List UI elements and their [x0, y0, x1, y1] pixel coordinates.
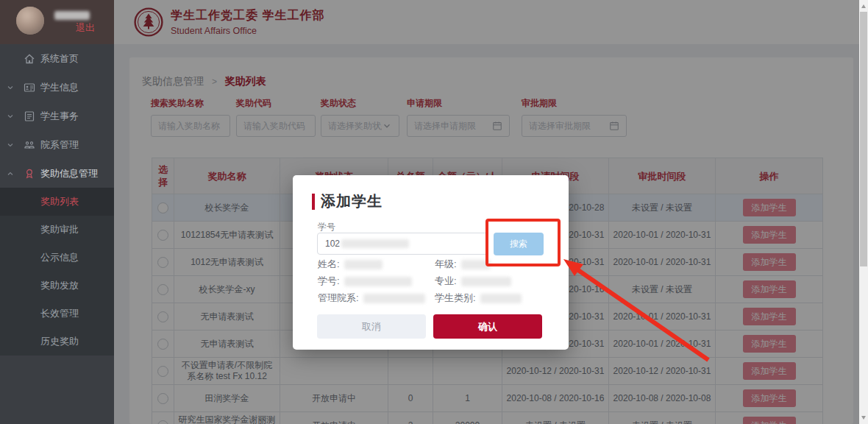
student-field-value-redacted: [344, 277, 412, 286]
student-field-4: 管理院系:: [318, 292, 425, 305]
student-id-label: 学号: [318, 221, 335, 233]
sidebar-item-3[interactable]: 院系管理: [0, 130, 114, 159]
org-icon: [24, 139, 35, 151]
avatar-image: [16, 7, 44, 35]
sidebar-item-label: 奖助信息管理: [40, 167, 98, 180]
scroll-up-arrow-icon[interactable]: [861, 4, 866, 8]
student-field-5: 学生类别:: [435, 292, 522, 305]
idcard-icon: [24, 82, 35, 93]
student-field-label: 年级:: [435, 258, 457, 271]
student-field-value-redacted: [461, 260, 491, 269]
modal-title-row: 添加学生: [312, 191, 383, 211]
student-field-value-redacted: [344, 260, 383, 269]
student-field-3: 专业:: [435, 275, 511, 288]
student-field-value-redacted: [363, 294, 425, 303]
student-field-value-redacted: [461, 277, 511, 286]
avatar[interactable]: [16, 7, 44, 35]
student-field-label: 姓名:: [318, 258, 340, 271]
title-accent-bar: [312, 194, 315, 210]
submenu-item-0[interactable]: 奖助列表: [0, 188, 114, 216]
sidebar-item-label: 系统首页: [40, 52, 79, 66]
student-field-0: 姓名:: [318, 258, 383, 271]
submenu-item-3[interactable]: 奖助发放: [0, 272, 114, 300]
add-student-modal: 添加学生 学号 102 搜索 取消 确认 姓名:年级:学号:专业:管理院系:学生…: [293, 175, 569, 350]
sidebar-item-4[interactable]: 奖助信息管理: [0, 159, 114, 188]
home-icon: [24, 53, 35, 65]
student-field-1: 年级:: [435, 258, 491, 271]
scrollbar-thumb[interactable]: [860, 12, 867, 266]
student-field-2: 学号:: [318, 275, 412, 288]
cancel-button[interactable]: 取消: [317, 314, 426, 339]
sidebar-item-2[interactable]: 学生事务: [0, 102, 114, 130]
chevron-up-icon: [6, 169, 15, 178]
app-root: 退出 系统首页学生信息学生事务院系管理奖助信息管理奖助列表奖助审批公示信息奖助发…: [0, 0, 868, 424]
sidebar-item-label: 学生信息: [40, 81, 79, 94]
student-field-label: 专业:: [435, 275, 457, 288]
sidebar: 退出 系统首页学生信息学生事务院系管理奖助信息管理奖助列表奖助审批公示信息奖助发…: [0, 0, 114, 424]
submenu-item-4[interactable]: 长效管理: [0, 300, 114, 328]
scroll-down-arrow-icon[interactable]: [861, 416, 866, 420]
sidebar-menu: 系统首页学生信息学生事务院系管理奖助信息管理奖助列表奖助审批公示信息奖助发放长效…: [0, 44, 114, 356]
submenu-item-2[interactable]: 公示信息: [0, 244, 114, 272]
sidebar-submenu: 奖助列表奖助审批公示信息奖助发放长效管理历史奖助: [0, 188, 114, 356]
student-field-label: 学号:: [318, 275, 340, 288]
modal-title: 添加学生: [321, 191, 383, 211]
sidebar-item-1[interactable]: 学生信息: [0, 73, 114, 102]
student-id-input[interactable]: 102: [317, 233, 488, 255]
student-field-label: 管理院系:: [318, 292, 359, 305]
student-field-label: 学生类别:: [435, 292, 476, 305]
logout-link[interactable]: 退出: [76, 21, 95, 35]
sidebar-item-label: 学生事务: [40, 110, 79, 123]
medal-icon: [24, 168, 35, 180]
chevron-down-icon: [6, 112, 15, 121]
username-redacted: [54, 11, 90, 20]
search-button[interactable]: 搜索: [494, 233, 544, 255]
chevron-down-icon: [6, 141, 15, 149]
sidebar-item-label: 院系管理: [40, 138, 79, 152]
student-id-value: 102: [325, 239, 340, 249]
chevron-down-icon: [6, 83, 15, 92]
scrollbar[interactable]: [859, 0, 868, 424]
student-id-redacted: [341, 239, 409, 248]
form-icon: [24, 110, 35, 122]
submenu-item-1[interactable]: 奖助审批: [0, 216, 114, 244]
confirm-button[interactable]: 确认: [433, 314, 542, 339]
submenu-item-5[interactable]: 历史奖助: [0, 328, 114, 356]
user-block: 退出: [0, 0, 114, 44]
sidebar-item-0[interactable]: 系统首页: [0, 44, 114, 73]
student-field-value-redacted: [480, 294, 522, 303]
